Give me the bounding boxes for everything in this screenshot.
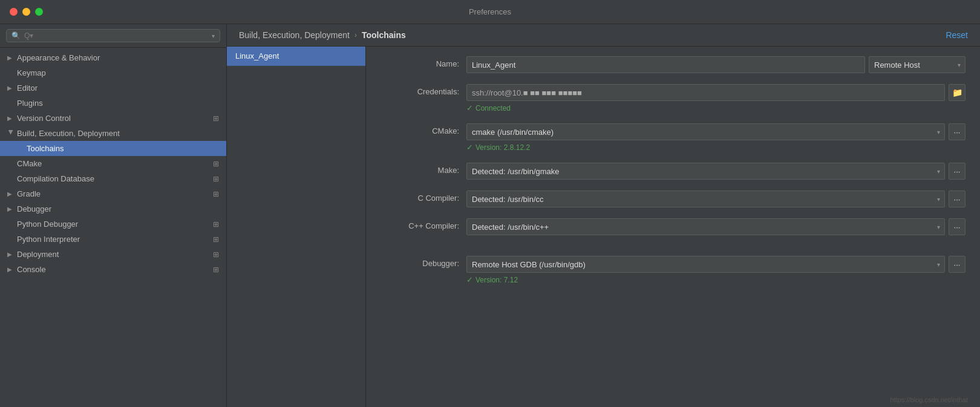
- debugger-input-row: Remote Host GDB (/usr/bin/gdb) ▾ ···: [466, 256, 965, 273]
- arrow-icon: ▶: [7, 54, 15, 61]
- cpp-compiler-row: C++ Compiler: Detected: /usr/bin/c++ ▾ ·…: [381, 218, 965, 235]
- debugger-label: Debugger:: [381, 256, 459, 268]
- sidebar-item-keymap[interactable]: Keymap: [0, 65, 226, 80]
- url-hint: https://blog.csdn.net/inthat: [890, 396, 968, 403]
- cpp-compiler-dropdown-wrapper: Detected: /usr/bin/c++ ▾: [466, 218, 945, 235]
- cpp-compiler-dots-button[interactable]: ···: [949, 218, 965, 235]
- sidebar-item-label: Gradle: [17, 189, 41, 198]
- window-controls: [10, 8, 43, 16]
- copy-icon: ⊞: [213, 160, 219, 168]
- sidebar-item-label: Python Debugger: [17, 220, 78, 229]
- arrow-icon: ▶: [7, 266, 15, 273]
- debugger-status-text: Version: 7.12: [475, 276, 518, 284]
- copy-icon: ⊞: [213, 190, 219, 198]
- type-dropdown-wrapper: Remote Host Local ▾: [869, 56, 965, 73]
- sidebar-item-cmake[interactable]: CMake ⊞: [0, 156, 226, 171]
- type-dropdown[interactable]: Remote Host Local: [869, 56, 965, 73]
- sidebar-item-label: Editor: [17, 83, 38, 93]
- tool-list: Linux_Agent: [227, 47, 366, 407]
- make-select[interactable]: Detected: /usr/bin/gmake: [466, 163, 945, 180]
- make-input-row: Detected: /usr/bin/gmake ▾ ···: [466, 163, 965, 180]
- sidebar-item-label: Console: [17, 265, 46, 274]
- credentials-input[interactable]: [466, 84, 945, 101]
- sidebar-item-label: Appearance & Behavior: [17, 53, 100, 62]
- name-input-row: Remote Host Local ▾: [466, 56, 965, 73]
- sidebar-item-console[interactable]: ▶ Console ⊞: [0, 262, 226, 277]
- sidebar-item-toolchains[interactable]: Toolchains: [0, 141, 226, 156]
- arrow-icon: ▶: [7, 206, 15, 212]
- arrow-icon: ▶: [7, 115, 15, 122]
- credentials-folder-button[interactable]: 📁: [949, 84, 965, 101]
- check-icon: ✓: [466, 143, 473, 152]
- copy-icon: ⊞: [213, 220, 219, 229]
- sidebar-item-deployment[interactable]: ▶ Deployment ⊞: [0, 247, 226, 262]
- debugger-row: Debugger: Remote Host GDB (/usr/bin/gdb)…: [381, 256, 965, 284]
- search-box[interactable]: 🔍 ▾: [6, 29, 220, 42]
- debugger-dropdown-wrapper: Remote Host GDB (/usr/bin/gdb) ▾: [466, 256, 945, 273]
- debugger-dots-button[interactable]: ···: [949, 256, 965, 273]
- c-compiler-dropdown-wrapper: Detected: /usr/bin/cc ▾: [466, 190, 945, 207]
- search-input[interactable]: [24, 31, 208, 40]
- copy-icon: ⊞: [213, 265, 219, 274]
- make-field: Detected: /usr/bin/gmake ▾ ···: [466, 163, 965, 180]
- copy-icon: ⊞: [213, 235, 219, 244]
- close-button[interactable]: [10, 8, 18, 16]
- sidebar-item-gradle[interactable]: ▶ Gradle ⊞: [0, 186, 226, 201]
- search-icon: 🔍: [11, 31, 21, 40]
- sidebar-item-label: Python Interpreter: [17, 235, 80, 244]
- sidebar-item-label: Toolchains: [27, 144, 64, 153]
- check-icon: ✓: [466, 275, 473, 284]
- name-field: Remote Host Local ▾: [466, 56, 965, 73]
- breadcrumb-separator: ›: [354, 31, 357, 39]
- credentials-input-row: 📁: [466, 84, 965, 101]
- sidebar-item-debugger[interactable]: ▶ Debugger: [0, 201, 226, 217]
- c-compiler-select[interactable]: Detected: /usr/bin/cc: [466, 190, 945, 207]
- make-dropdown-wrapper: Detected: /usr/bin/gmake ▾: [466, 163, 945, 180]
- cmake-select[interactable]: cmake (/usr/bin/cmake): [466, 123, 945, 140]
- c-compiler-dots-button[interactable]: ···: [949, 190, 965, 207]
- sidebar-item-python-interpreter[interactable]: Python Interpreter ⊞: [0, 232, 226, 247]
- cmake-field: cmake (/usr/bin/cmake) ▾ ··· ✓ Version: …: [466, 123, 965, 152]
- cpp-compiler-select[interactable]: Detected: /usr/bin/c++: [466, 218, 945, 235]
- cmake-row: CMake: cmake (/usr/bin/cmake) ▾ ···: [381, 123, 965, 152]
- title-bar: Preferences: [0, 0, 980, 24]
- debugger-select[interactable]: Remote Host GDB (/usr/bin/gdb): [466, 256, 945, 273]
- credentials-status-text: Connected: [475, 104, 511, 112]
- copy-icon: ⊞: [213, 175, 219, 183]
- sidebar-item-label: Compilation Database: [17, 174, 94, 183]
- cmake-dots-button[interactable]: ···: [949, 123, 965, 140]
- window-title: Preferences: [469, 7, 511, 16]
- content-area: Build, Execution, Deployment › Toolchain…: [227, 24, 980, 407]
- sidebar-item-appearance[interactable]: ▶ Appearance & Behavior: [0, 50, 226, 65]
- dots-icon: ···: [954, 128, 961, 137]
- sidebar-item-compilation-db[interactable]: Compilation Database ⊞: [0, 171, 226, 186]
- sidebar-item-editor[interactable]: ▶ Editor: [0, 80, 226, 96]
- content-header: Build, Execution, Deployment › Toolchain…: [227, 24, 980, 47]
- sidebar-item-build[interactable]: ▶ Build, Execution, Deployment: [0, 126, 226, 141]
- sidebar-item-label: Version Control: [17, 114, 71, 123]
- arrow-icon: ▶: [7, 85, 15, 91]
- minimize-button[interactable]: [22, 8, 30, 16]
- cpp-compiler-label: C++ Compiler:: [381, 218, 459, 230]
- search-container: 🔍 ▾: [0, 24, 226, 48]
- sidebar-item-python-debugger[interactable]: Python Debugger ⊞: [0, 217, 226, 232]
- main-layout: 🔍 ▾ ▶ Appearance & Behavior Keymap ▶ Edi…: [0, 24, 980, 407]
- reset-button[interactable]: Reset: [946, 30, 968, 40]
- cmake-dropdown-wrapper: cmake (/usr/bin/cmake) ▾: [466, 123, 945, 140]
- c-compiler-input-row: Detected: /usr/bin/cc ▾ ···: [466, 190, 965, 207]
- maximize-button[interactable]: [35, 8, 43, 16]
- arrow-icon: ▶: [7, 251, 15, 258]
- name-input[interactable]: [466, 56, 865, 73]
- sidebar-item-plugins[interactable]: Plugins: [0, 96, 226, 111]
- dots-icon: ···: [954, 167, 961, 176]
- cpp-compiler-input-row: Detected: /usr/bin/c++ ▾ ···: [466, 218, 965, 235]
- credentials-row: Credentials: 📁 ✓ Connected: [381, 84, 965, 112]
- check-icon: ✓: [466, 103, 473, 112]
- name-row: Name: Remote Host Local ▾: [381, 56, 965, 73]
- make-row: Make: Detected: /usr/bin/gmake ▾ ···: [381, 163, 965, 180]
- sidebar-item-version-control[interactable]: ▶ Version Control ⊞: [0, 111, 226, 126]
- cmake-label: CMake:: [381, 123, 459, 135]
- detail-panel: Name: Remote Host Local ▾: [366, 47, 980, 407]
- tool-item-linux-agent[interactable]: Linux_Agent: [227, 47, 365, 66]
- make-dots-button[interactable]: ···: [949, 163, 965, 180]
